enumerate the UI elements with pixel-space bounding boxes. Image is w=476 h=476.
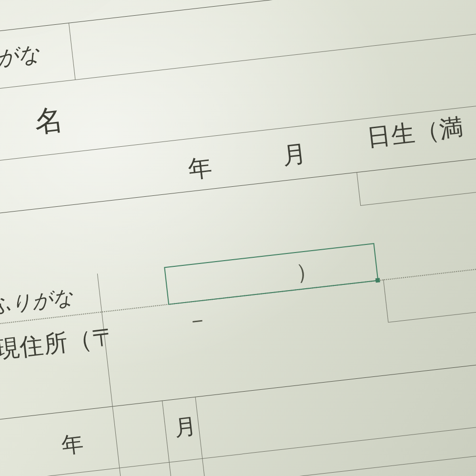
postal-close-paren: ）: [294, 255, 320, 287]
gridline: [360, 169, 476, 206]
spreadsheet-form: ふりがな 氏 名 年 月 日生（満 ふりがな 現住所（〒 － ） 年 月: [0, 0, 476, 476]
gridline: [195, 397, 230, 476]
gridline: [0, 0, 476, 48]
furigana-label-top: ふりがな: [0, 40, 42, 77]
gridline: [383, 279, 388, 322]
gridline: [356, 172, 361, 205]
year-label: 年: [187, 152, 214, 186]
month-column-header: 月: [173, 411, 199, 443]
month-label: 月: [281, 137, 309, 172]
gridline: [388, 287, 476, 322]
gridline: [97, 273, 147, 476]
gridline: [0, 13, 476, 105]
furigana-label-address: ふりがな: [0, 284, 75, 319]
birth-day-suffix: 日生（満: [365, 111, 466, 154]
name-label: 氏 名: [0, 100, 74, 151]
address-label: 現住所（〒: [0, 321, 118, 366]
gridline: [69, 23, 76, 80]
active-cell-selection[interactable]: [164, 243, 378, 305]
postal-dash: －: [185, 304, 211, 336]
gridline: [0, 37, 27, 476]
year-column-header: 年: [60, 429, 86, 461]
